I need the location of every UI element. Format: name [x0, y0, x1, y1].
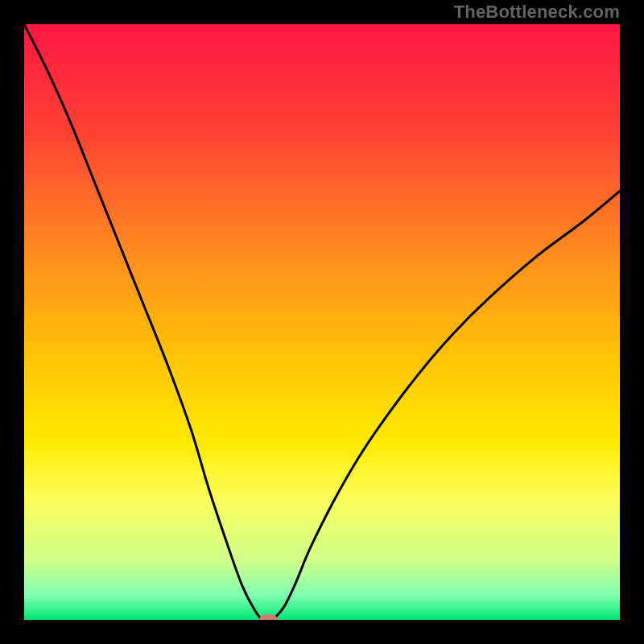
gradient-background [24, 24, 620, 620]
curve-minimum-marker [259, 615, 277, 621]
watermark-text: TheBottleneck.com [454, 2, 620, 23]
chart-frame: TheBottleneck.com [0, 0, 644, 644]
plot-area [24, 24, 620, 620]
bottleneck-chart [24, 24, 620, 620]
